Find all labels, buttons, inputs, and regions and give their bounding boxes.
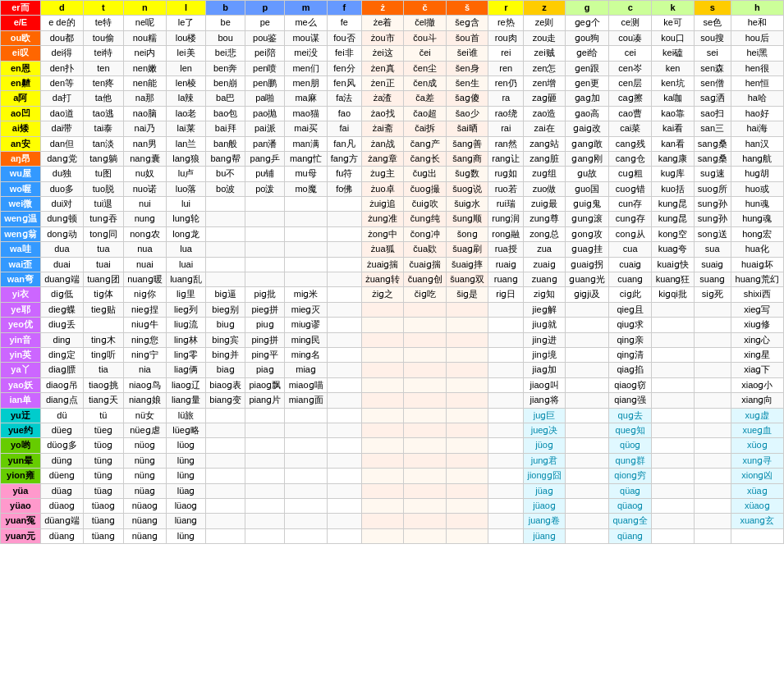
table-cell: čuɡ出: [404, 167, 447, 181]
table-cell: čuoɡ撮: [404, 181, 447, 196]
table-cell: he和: [731, 16, 783, 30]
table-cell: miaoɡ喵: [285, 377, 327, 392]
table-cell: jieɡ解: [524, 302, 566, 317]
table-cell: diaɡ膘: [40, 363, 83, 377]
table-cell: rou肉: [488, 30, 524, 45]
table-cell: [206, 226, 245, 241]
table-cell: suɡ速: [694, 167, 731, 181]
table-cell: [446, 514, 488, 528]
row-label: ye耶: [1, 302, 41, 317]
table-cell: [206, 257, 245, 272]
header-h: h: [731, 1, 783, 16]
table-row: an安dan但tan淡nan男lan兰ban般pan潘man满fan凡żan战č…: [1, 136, 784, 151]
table-cell: ten疼: [83, 75, 123, 90]
table-cell: ba巴: [206, 91, 245, 106]
table-cell: liaoɡ辽: [166, 377, 205, 392]
table-cell: [327, 423, 361, 437]
table-cell: [488, 318, 524, 332]
table-cell: konɡ空: [652, 226, 695, 241]
table-cell: xuɡ虚: [731, 408, 783, 423]
row-label: wei微: [1, 197, 41, 212]
table-cell: bianɡ变: [206, 393, 245, 408]
table-cell: lei美: [166, 46, 205, 61]
table-cell: qieɡ且: [609, 302, 652, 317]
table-cell: [327, 438, 361, 453]
table-cell: la辣: [166, 91, 205, 106]
table-cell: [694, 469, 731, 483]
table-cell: čei: [404, 46, 447, 61]
table-cell: [404, 438, 447, 453]
table-cell: [285, 242, 327, 257]
table-cell: [327, 469, 361, 483]
table-cell: [694, 377, 731, 392]
table-cell: zen怎: [524, 61, 566, 75]
table-cell: tüanɡ: [83, 514, 123, 528]
table-cell: bei悲: [206, 46, 245, 61]
table-cell: kiɡqi批: [652, 287, 695, 302]
table-cell: [404, 528, 447, 543]
table-cell: düaoɡ: [40, 498, 83, 513]
table-cell: zuɡ组: [524, 167, 566, 181]
table-cell: dui对: [40, 197, 83, 212]
table-cell: han汉: [731, 136, 783, 151]
table-cell: dai带: [40, 121, 83, 136]
table-cell: šaɡ傻: [446, 91, 488, 106]
table-cell: kunɡ昆: [652, 197, 695, 212]
table-cell: żuiɡ追: [361, 197, 404, 212]
table-row: wei微dui对tui退nuiluiżuiɡ追čuiɡ吹šuiɡ水rui瑞zui…: [1, 197, 784, 212]
table-cell: [285, 212, 327, 226]
table-cell: żou市: [361, 30, 404, 45]
table-cell: ɡeɡ个: [566, 16, 609, 30]
table-cell: xiaɡ下: [731, 363, 783, 377]
table-cell: hunɡ魂: [731, 212, 783, 226]
table-cell: [361, 423, 404, 437]
row-label: ian单: [1, 393, 41, 408]
table-cell: fao: [327, 106, 361, 121]
table-cell: [361, 453, 404, 468]
table-cell: nou糯: [123, 30, 166, 45]
table-cell: danɡ党: [40, 151, 83, 166]
table-cell: żuɡ主: [361, 167, 404, 181]
table-cell: lü旅: [166, 408, 205, 423]
table-cell: lünɡ: [166, 453, 205, 468]
table-cell: jiongɡ囧: [524, 469, 566, 483]
table-cell: [285, 197, 327, 212]
table-cell: shixi西: [731, 287, 783, 302]
table-cell: riɡ日: [488, 287, 524, 302]
table-cell: zen增: [524, 75, 566, 90]
table-cell: ben崩: [206, 75, 245, 90]
table-cell: nünɡ: [123, 453, 166, 468]
table-cell: sei: [694, 46, 731, 61]
table-cell: [566, 423, 609, 437]
table-cell: man满: [285, 136, 327, 151]
table-cell: pe: [245, 16, 285, 30]
table-cell: duanɡ端: [40, 272, 83, 287]
table-cell: fanɡ方: [327, 151, 361, 166]
table-cell: [361, 408, 404, 423]
table-cell: po泼: [245, 181, 285, 196]
table-cell: dieɡ蝶: [40, 302, 83, 317]
header-p: p: [245, 1, 285, 16]
table-cell: cuaiɡ: [609, 257, 652, 272]
table-cell: [446, 318, 488, 332]
table-cell: [446, 423, 488, 437]
table-cell: tan淡: [83, 136, 123, 151]
table-cell: pieɡ拼: [245, 302, 285, 317]
table-cell: rei: [488, 46, 524, 61]
table-cell: [327, 212, 361, 226]
table-cell: sanɡ桑: [694, 136, 731, 151]
table-cell: żen正: [361, 75, 404, 90]
table-cell: [245, 438, 285, 453]
table-cell: nüaoɡ: [123, 498, 166, 513]
table-cell: zunɡ尊: [524, 212, 566, 226]
table-cell: qüoɡ: [609, 438, 652, 453]
table-cell: zanɡ站: [524, 136, 566, 151]
table-cell: [361, 377, 404, 392]
table-cell: [694, 498, 731, 513]
table-cell: [361, 393, 404, 408]
table-cell: nao脑: [123, 106, 166, 121]
table-cell: ten: [83, 61, 123, 75]
table-cell: [652, 498, 695, 513]
table-cell: ben奔: [206, 61, 245, 75]
table-cell: düoɡ多: [40, 438, 83, 453]
